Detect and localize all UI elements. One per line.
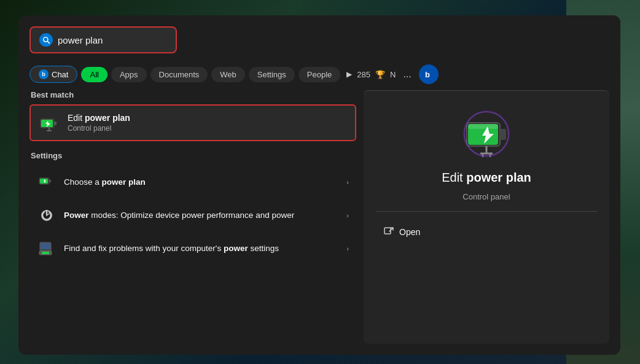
left-panel: Best match: [29, 90, 356, 344]
find-fix-text: Find and fix problems with your computer…: [64, 243, 339, 255]
tab-chat[interactable]: b Chat: [29, 66, 77, 83]
right-panel-power-icon: [462, 109, 511, 158]
settings-section: Settings Choose a power plan: [29, 151, 356, 265]
best-match-item[interactable]: Edit power plan Control panel: [29, 104, 356, 141]
svg-rect-21: [500, 129, 506, 140]
best-match-text: Edit power plan Control panel: [68, 113, 130, 133]
chevron-right-icon-2: ›: [346, 212, 349, 219]
tab-all-label: All: [90, 70, 98, 79]
find-fix-icon: [37, 239, 57, 258]
tab-people[interactable]: People: [299, 67, 340, 82]
tab-settings-label: Settings: [257, 70, 286, 79]
scroll-count: 285: [357, 70, 370, 79]
tab-documents[interactable]: Documents: [150, 67, 208, 82]
svg-rect-4: [54, 122, 57, 125]
best-match-label: Best match: [29, 90, 356, 99]
best-match-subtitle: Control panel: [68, 124, 130, 133]
trophy-icon: 🏆: [375, 70, 385, 79]
search-window: b Chat All Apps Documents Web Settings P…: [18, 15, 620, 355]
scroll-right-icon[interactable]: ▶: [346, 70, 352, 79]
bing-chat-icon: b: [39, 69, 49, 79]
chevron-right-icon-3: ›: [346, 245, 349, 252]
tab-people-label: People: [307, 70, 332, 79]
open-icon: [383, 227, 394, 238]
open-button[interactable]: Open: [376, 222, 597, 242]
search-icon: [39, 33, 53, 47]
tab-web-label: Web: [220, 70, 236, 79]
tab-settings[interactable]: Settings: [249, 67, 295, 82]
choose-power-text: Choose a power plan: [64, 177, 339, 188]
divider: [376, 211, 597, 212]
search-input[interactable]: [58, 35, 174, 45]
tab-chat-label: Chat: [52, 70, 68, 79]
power-modes-icon: [37, 206, 57, 225]
svg-rect-10: [49, 180, 51, 182]
tab-apps[interactable]: Apps: [111, 67, 147, 82]
tab-extra: ▶ 285 🏆 N ... b: [346, 64, 438, 84]
right-panel-subtitle: Control panel: [462, 192, 510, 201]
filter-tabs: b Chat All Apps Documents Web Settings P…: [18, 60, 620, 90]
choose-power-icon: [37, 172, 57, 192]
bing-icon-button[interactable]: b: [419, 64, 439, 84]
svg-rect-28: [468, 124, 498, 129]
open-label: Open: [399, 227, 420, 237]
search-bar-area: [18, 15, 620, 60]
svg-rect-19: [42, 252, 49, 254]
svg-text:b: b: [425, 70, 430, 79]
svg-line-1: [47, 41, 49, 43]
power-plan-icon: [38, 112, 60, 134]
svg-rect-17: [41, 243, 50, 249]
main-content: Best match: [18, 90, 620, 355]
settings-item-power-modes[interactable]: Power modes: Optimize device power perfo…: [29, 199, 356, 231]
tab-documents-label: Documents: [159, 70, 200, 79]
settings-item-find-fix[interactable]: Find and fix problems with your computer…: [29, 233, 356, 265]
tab-web[interactable]: Web: [211, 67, 245, 82]
tab-apps-label: Apps: [120, 70, 138, 79]
right-panel-title: Edit power plan: [442, 171, 531, 185]
chevron-right-icon: ›: [346, 179, 349, 186]
power-modes-text: Power modes: Optimize device power perfo…: [64, 210, 339, 222]
search-input-wrapper[interactable]: [29, 26, 177, 53]
right-panel: Edit power plan Control panel Open: [364, 90, 609, 344]
tab-all[interactable]: All: [81, 67, 107, 82]
settings-item-choose-power[interactable]: Choose a power plan ›: [29, 166, 356, 198]
best-match-section: Best match: [29, 90, 356, 151]
more-options-button[interactable]: ...: [400, 68, 413, 81]
n-badge: N: [390, 70, 396, 79]
settings-label: Settings: [29, 151, 356, 160]
best-match-title: Edit power plan: [68, 113, 130, 123]
